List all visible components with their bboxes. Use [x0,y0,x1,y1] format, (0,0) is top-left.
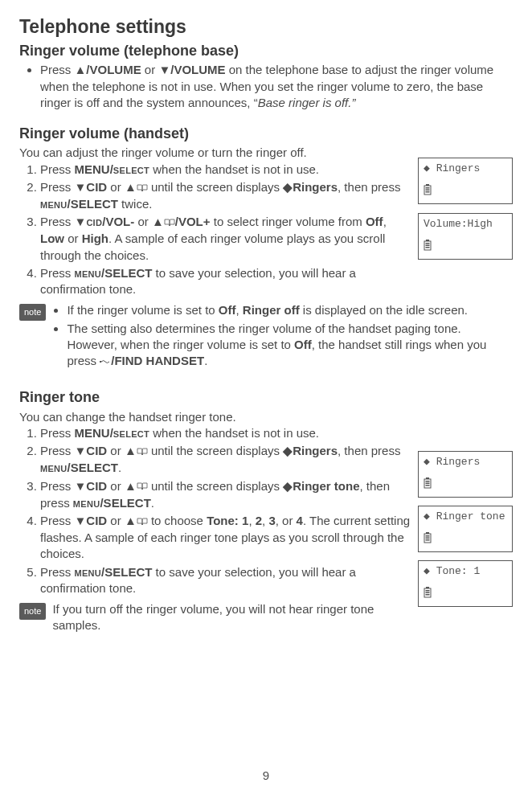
text: Press [40,514,75,527]
phonebook-icon [137,514,148,530]
text: Press [40,565,75,579]
button-label: ▼ [75,215,87,228]
text: or [141,63,159,76]
signal-icon [100,354,111,370]
svg-rect-19 [426,539,430,541]
lcd-line: ◆ Tone: 1 [424,564,507,579]
phonebook-icon [137,478,148,494]
text: , then press [338,444,400,457]
section2-intro: You can adjust the ringer volume or turn… [19,145,413,161]
step: Press ▼CID or ▲ to choose Tone: 1, 2, 3,… [40,513,413,563]
announcement-text: Base ringer is off.” [258,96,356,109]
text: when the handset is not in use. [149,426,319,440]
menu-item: ◆Ringer tone [283,479,359,493]
text: Press [40,63,75,76]
button-label: ▲ [125,444,137,457]
button-label: /SELECT [101,565,152,579]
battery-icon [424,532,432,548]
button-label: MENU/ [75,426,113,440]
button-label: ▲ [125,180,137,194]
option: Tone: 1 [207,514,248,527]
text: Press [40,162,75,176]
button-label: ▲ [125,479,137,493]
option: Off [219,303,236,317]
text: to select ringer volume from [211,215,366,228]
svg-rect-24 [426,594,430,596]
text: when the handset is not in use. [149,162,319,176]
menu-item: ◆Ringers [283,180,338,194]
text: to choose [148,514,207,527]
text: or [134,215,152,228]
text: or [64,232,82,245]
note-badge: note [19,603,46,620]
step: Press menu/SELECT to save your selection… [40,265,413,298]
text: or [107,180,125,194]
button-label: ▲/VOLUME [75,63,141,76]
option: Off [366,215,383,228]
text: twice. [118,197,153,211]
svg-rect-4 [426,191,430,193]
text: or [107,444,125,457]
lcd-ringer-tone: ◆ Ringer tone [418,506,513,552]
button-label: ▲ [152,215,164,228]
text: until the screen displays [148,444,283,457]
button-label: cid [86,215,102,228]
text: is displayed on the idle screen. [300,303,468,317]
button-label: menu [73,496,100,510]
phonebook-icon [137,444,148,460]
button-label: menu [75,266,102,280]
lcd-volume-high: Volume:High [418,213,513,260]
step: Press menu/SELECT to save your selection… [40,564,413,597]
text: Press [40,180,75,194]
step: Press ▼CID or ▲ until the screen display… [40,179,413,212]
button-label: menu [40,197,68,211]
text: . [151,496,154,510]
option: 3 [268,514,275,527]
section-heading: Ringer volume (telephone base) [19,41,513,60]
step: Press ▼CID or ▲ until the screen display… [40,443,413,476]
step: Press MENU/select when the handset is no… [40,162,413,178]
button-label: ▼CID [75,479,108,493]
phonebook-icon [137,180,148,196]
svg-rect-8 [426,245,430,247]
button-label: ▼CID [75,180,108,194]
phonebook-icon [164,215,175,231]
lcd-line: ◆ Ringers [424,455,507,469]
section1-bullet: Press ▲/VOLUME or ▼/VOLUME on the teleph… [40,62,513,111]
text: or [107,479,125,493]
button-label: /VOL- [102,215,134,228]
battery-icon [424,184,432,200]
step: Press ▼CID or ▲ until the screen display… [40,478,413,511]
section3-steps: Press MENU/select when the handset is no… [19,425,413,596]
text: , or [276,514,297,527]
button-label: ▼CID [75,444,108,457]
note-badge: note [19,304,46,321]
button-label: menu [40,461,68,474]
text: If the ringer volume is set to [67,303,218,317]
button-label: ▼CID [75,514,108,527]
option: High [82,232,108,245]
svg-rect-9 [426,247,430,248]
svg-rect-25 [100,361,101,363]
note-block: note If you turn off the ringer volume, … [19,601,413,634]
button-label: /SELECT [100,496,150,510]
step: Press MENU/select when the handset is no… [40,425,413,441]
button-label: ▼/VOLUME [158,63,225,76]
button-label: /SELECT [68,461,118,474]
lcd-line: ◆ Ringers [424,162,507,176]
svg-rect-17 [426,535,430,537]
menu-item: ◆Ringers [283,444,338,457]
lcd-line: Volume:High [424,217,507,232]
lcd-tone-1: ◆ Tone: 1 [418,560,513,607]
battery-icon [424,587,432,603]
text: until the screen displays [148,479,283,493]
note-content: If you turn off the ringer volume, you w… [52,601,413,634]
button-label: ▲ [125,514,137,527]
battery-icon [424,240,432,256]
text: . [118,461,121,474]
lcd-ringers-1: ◆ Ringers [418,158,513,204]
note-block: note If the ringer volume is set to Off,… [19,302,513,371]
text: until the screen displays [148,180,283,194]
button-label: /VOL+ [175,215,211,228]
section-heading: Ringer tone [19,387,513,407]
